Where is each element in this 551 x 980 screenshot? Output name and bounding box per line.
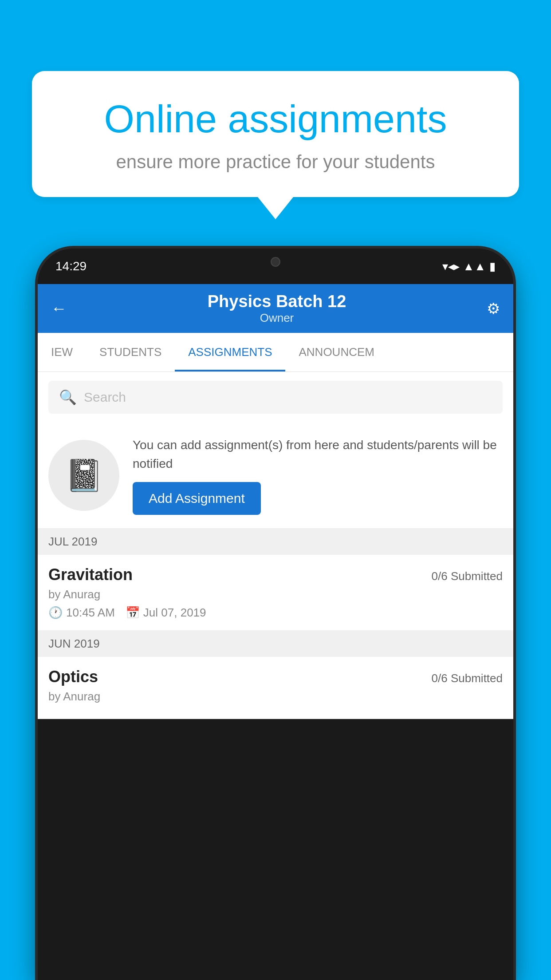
assignment-top-row: Gravitation 0/6 Submitted — [48, 565, 503, 584]
assignment-time: 10:45 AM — [66, 606, 115, 620]
speech-bubble-container: Online assignments ensure more practice … — [32, 71, 519, 219]
status-time: 14:29 — [55, 259, 87, 273]
assignment-date: Jul 07, 2019 — [143, 606, 206, 620]
tabs-bar: IEW STUDENTS ASSIGNMENTS ANNOUNCEM — [38, 333, 513, 372]
assignment-author: by Anurag — [48, 588, 503, 601]
assignment-author-optics: by Anurag — [48, 690, 503, 703]
battery-icon: ▮ — [489, 260, 496, 273]
assignment-name-optics: Optics — [48, 668, 98, 686]
info-card: 📓 You can add assignment(s) from here an… — [38, 423, 513, 529]
bubble-title: Online assignments — [63, 98, 488, 141]
assignment-meta: 🕐 10:45 AM 📅 Jul 07, 2019 — [48, 606, 503, 620]
search-bar[interactable]: 🔍 Search — [48, 381, 503, 414]
tab-announcements[interactable]: ANNOUNCEM — [285, 333, 387, 371]
back-button[interactable]: ← — [51, 299, 67, 318]
assignment-submitted-optics: 0/6 Submitted — [432, 672, 503, 685]
phone-content: 🔍 Search 📓 You can add assignment(s) fro… — [38, 372, 513, 719]
signal-icon: ▲▲ — [463, 260, 486, 273]
calendar-icon: 📅 — [126, 606, 140, 620]
tab-students[interactable]: STUDENTS — [86, 333, 175, 371]
assignment-item-optics[interactable]: Optics 0/6 Submitted by Anurag — [38, 657, 513, 719]
tab-view[interactable]: IEW — [38, 333, 86, 371]
search-icon: 🔍 — [59, 389, 77, 406]
speech-bubble-arrow — [258, 197, 293, 219]
notebook-icon: 📓 — [65, 457, 103, 494]
bubble-subtitle: ensure more practice for your students — [63, 151, 488, 173]
header-title: Physics Batch 12 — [67, 292, 487, 311]
speech-bubble: Online assignments ensure more practice … — [32, 71, 519, 197]
tab-assignments[interactable]: ASSIGNMENTS — [175, 333, 285, 371]
meta-date: 📅 Jul 07, 2019 — [126, 606, 206, 620]
phone-frame: 14:29 ▾◂▸ ▲▲ ▮ ← Physics Batch 12 Owner … — [38, 249, 513, 980]
meta-time: 🕐 10:45 AM — [48, 606, 115, 620]
assignment-submitted: 0/6 Submitted — [432, 569, 503, 583]
assignment-icon-circle: 📓 — [48, 440, 119, 511]
section-header-jun: JUN 2019 — [38, 631, 513, 657]
wifi-icon: ▾◂▸ — [442, 260, 460, 273]
assignment-top-row-optics: Optics 0/6 Submitted — [48, 668, 503, 686]
camera — [271, 257, 280, 267]
status-icons: ▾◂▸ ▲▲ ▮ — [442, 260, 496, 273]
info-card-description: You can add assignment(s) from here and … — [133, 436, 503, 473]
assignment-name: Gravitation — [48, 565, 133, 584]
clock-icon: 🕐 — [48, 606, 63, 620]
section-header-jul: JUL 2019 — [38, 529, 513, 555]
settings-button[interactable]: ⚙ — [487, 300, 500, 317]
header-subtitle: Owner — [67, 311, 487, 325]
status-bar: 14:29 ▾◂▸ ▲▲ ▮ — [38, 249, 513, 284]
search-placeholder: Search — [84, 390, 126, 405]
info-card-text: You can add assignment(s) from here and … — [133, 436, 503, 515]
header-title-block: Physics Batch 12 Owner — [67, 292, 487, 325]
assignment-item-gravitation[interactable]: Gravitation 0/6 Submitted by Anurag 🕐 10… — [38, 555, 513, 631]
notch — [231, 249, 320, 275]
app-header: ← Physics Batch 12 Owner ⚙ — [38, 284, 513, 333]
add-assignment-button[interactable]: Add Assignment — [133, 482, 261, 515]
